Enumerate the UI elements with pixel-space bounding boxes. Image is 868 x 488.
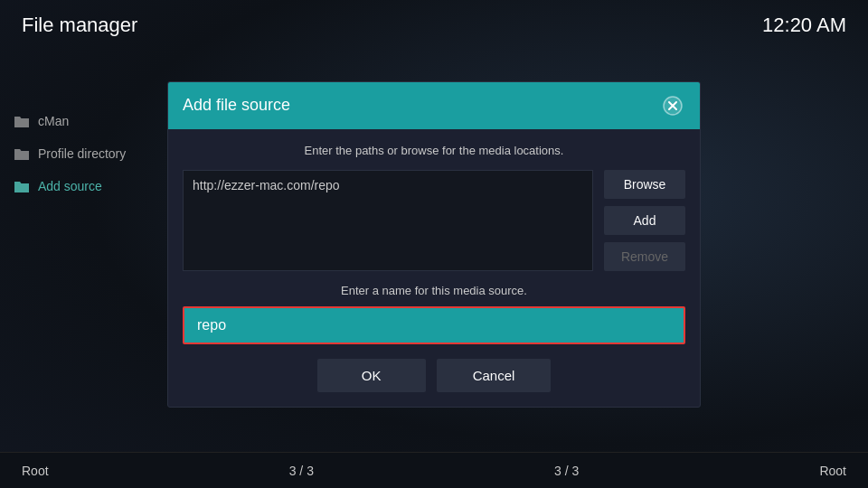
name-input-wrapper <box>183 306 685 344</box>
dialog-paths-hint: Enter the paths or browse for the media … <box>183 144 685 157</box>
add-button[interactable]: Add <box>604 206 685 235</box>
source-row: http://ezzer-mac.com/repo Browse Add Rem… <box>183 170 685 271</box>
close-button[interactable] <box>660 93 685 118</box>
source-paths-list[interactable]: http://ezzer-mac.com/repo <box>183 170 593 271</box>
dialog-header: Add file source <box>168 82 700 129</box>
name-input[interactable] <box>183 306 685 344</box>
modal-overlay: Add file source Enter the paths or brows… <box>0 0 868 488</box>
browse-button[interactable]: Browse <box>604 170 685 199</box>
remove-button[interactable]: Remove <box>604 242 685 271</box>
ok-button[interactable]: OK <box>317 359 426 392</box>
name-hint: Enter a name for this media source. <box>183 284 685 297</box>
source-buttons: Browse Add Remove <box>604 170 685 271</box>
dialog-body: Enter the paths or browse for the media … <box>168 129 700 407</box>
cancel-button[interactable]: Cancel <box>437 359 552 392</box>
source-path-item: http://ezzer-mac.com/repo <box>193 178 583 192</box>
dialog-title: Add file source <box>183 96 290 115</box>
dialog-actions: OK Cancel <box>183 359 685 392</box>
dialog: Add file source Enter the paths or brows… <box>167 81 701 408</box>
